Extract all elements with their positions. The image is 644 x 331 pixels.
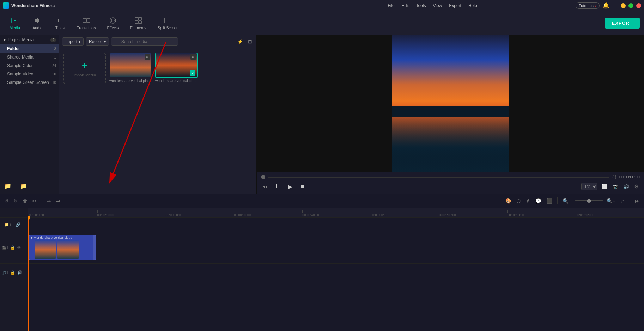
- audio-lock-button[interactable]: 🔒: [10, 270, 16, 275]
- media-thumb-1[interactable]: ⊞ wondershare-vertical pla...: [109, 53, 152, 84]
- record-dropdown[interactable]: Record ▾: [86, 37, 109, 46]
- preview-video-area: [257, 35, 644, 172]
- ruler-mark-4: 00:00:40:00: [302, 210, 371, 217]
- import-dropdown[interactable]: Import ▾: [62, 37, 84, 46]
- sidebar-item-sample-green-screen[interactable]: Sample Green Screen 10: [0, 78, 59, 87]
- preview-main-video: [392, 35, 509, 172]
- svg-point-4: [110, 18, 116, 23]
- toolbar-elements[interactable]: Elements: [125, 14, 151, 32]
- plus-icon: +: [82, 60, 87, 71]
- crop-button[interactable]: ⬡: [515, 197, 522, 205]
- toolbar-transitions[interactable]: Transitions: [72, 14, 101, 32]
- video-clip-thumb-2: [57, 240, 79, 259]
- media-thumb-2[interactable]: ⊞ ✓ wondershare-vertical clo...: [155, 53, 198, 84]
- detach-audio-button[interactable]: ⇌: [55, 197, 62, 205]
- video-clip-resize-handle[interactable]: [93, 235, 96, 260]
- toolbar-media-label: Media: [10, 26, 20, 30]
- bracket-right: }: [615, 174, 616, 179]
- remove-folder-button[interactable]: 📁−: [19, 181, 32, 191]
- audio-button[interactable]: 🔊: [622, 183, 630, 190]
- toolbar-titles[interactable]: T Titles: [49, 14, 71, 32]
- zoom-in-button[interactable]: 🔍+: [605, 197, 617, 205]
- screenshot-button[interactable]: 📷: [611, 183, 619, 190]
- search-input[interactable]: [111, 37, 178, 46]
- settings-button[interactable]: ⚙: [633, 183, 640, 190]
- caption-button[interactable]: 💬: [534, 197, 543, 205]
- import-media-cell[interactable]: + Import Media: [63, 53, 106, 84]
- timeline-end-button[interactable]: ⏭: [633, 197, 641, 205]
- zoom-handle: [587, 199, 591, 203]
- ruler-mark-2: 00:00:20:00: [166, 210, 234, 217]
- import-chevron-icon: ▾: [79, 40, 80, 44]
- menu-export[interactable]: Export: [448, 2, 463, 9]
- menu-view[interactable]: View: [431, 2, 443, 9]
- add-video-track-button[interactable]: 📁+: [3, 221, 13, 228]
- track-lock-button[interactable]: 🔒: [10, 245, 16, 250]
- toolbar-effects[interactable]: Effects: [102, 14, 123, 32]
- color-match-button[interactable]: 🎨: [504, 197, 513, 205]
- minimize-button[interactable]: −: [621, 3, 626, 8]
- toolbar-audio[interactable]: Audio: [27, 14, 48, 32]
- timeline-content: 📁+ 🔗 🎬1 🔒 👁 🎵1 🔒 🔊 00:00:00:00: [0, 208, 644, 331]
- ruler-spacer: [0, 208, 28, 218]
- menu-tools[interactable]: Tools: [414, 2, 427, 9]
- ripple-edit-button[interactable]: ⇔: [45, 197, 53, 205]
- record-tl-button[interactable]: 🎙: [524, 197, 532, 205]
- fit-button[interactable]: ⤢: [619, 197, 626, 205]
- preview-progress-track[interactable]: [268, 177, 609, 178]
- delete-button[interactable]: 🗑: [21, 197, 29, 205]
- sidebar-item-shared-media-badge: 1: [54, 55, 56, 59]
- media-thumb-2-label: wondershare-vertical clo...: [155, 79, 198, 83]
- sidebar-bottom: 📁+ 📁−: [0, 178, 59, 194]
- export-button[interactable]: EXPORT: [605, 18, 640, 29]
- redo-button[interactable]: ↻: [12, 197, 19, 205]
- video-thumb-sunset-2: [57, 240, 79, 259]
- grid-view-button[interactable]: ⊞: [247, 37, 254, 46]
- toolbar-media[interactable]: Media: [4, 14, 25, 32]
- fullscreen-button[interactable]: ⬜: [600, 183, 608, 190]
- sidebar-item-folder[interactable]: Folder 2: [0, 44, 59, 53]
- preview-water: [392, 111, 509, 172]
- audio-volume-button[interactable]: 🔊: [17, 270, 23, 275]
- stabilize-button[interactable]: ⬛: [545, 197, 554, 205]
- menu-help[interactable]: Help: [467, 2, 479, 9]
- ruler-mark-6: 00:01:00:00: [439, 210, 508, 217]
- toolbar-splitscreen[interactable]: Split Screen: [153, 14, 183, 32]
- play-pause-button[interactable]: ⏸: [272, 182, 282, 191]
- video-clip[interactable]: ▶ wondershare-vertical cloud: [29, 235, 96, 260]
- media-panel: Import ▾ Record ▾ 🔍 ⚡ ⊞ + Import Media: [59, 35, 257, 194]
- tutorials-button[interactable]: Tutorials: [576, 2, 600, 9]
- sidebar-item-sample-video[interactable]: Sample Video 20: [0, 70, 59, 78]
- track-visibility-button[interactable]: 👁: [17, 245, 22, 250]
- add-folder-button[interactable]: 📁+: [3, 181, 16, 191]
- menu-dots-icon[interactable]: ⋮: [612, 2, 618, 9]
- zoom-track: [575, 200, 603, 201]
- svg-rect-10: [139, 21, 141, 24]
- maximize-button[interactable]: □: [628, 3, 633, 8]
- toolbar-titles-label: Titles: [55, 26, 65, 30]
- cut-button[interactable]: ✂: [31, 197, 38, 205]
- sidebar-item-sample-color[interactable]: Sample Color 24: [0, 61, 59, 70]
- menu-bar: File Edit Tools View Export Help: [289, 2, 576, 9]
- play-button[interactable]: ▶: [285, 182, 295, 191]
- time-ruler: 00:00:00:00 00:00:10:00 00:00:20:00 00:0…: [28, 208, 644, 218]
- step-back-button[interactable]: ⏮: [261, 182, 269, 191]
- close-button[interactable]: ✕: [636, 3, 641, 8]
- sidebar-item-sample-video-badge: 20: [52, 72, 56, 76]
- stop-button[interactable]: ⏹: [298, 182, 308, 191]
- menu-file[interactable]: File: [386, 2, 396, 9]
- svg-rect-2: [83, 18, 86, 23]
- sidebar-section-project-media[interactable]: ▼ Project Media 2: [0, 35, 59, 44]
- zoom-out-button[interactable]: 🔍−: [561, 197, 573, 205]
- quality-select[interactable]: 1/2: [581, 183, 597, 190]
- media-thumb-2-check: ✓: [190, 70, 195, 76]
- menu-edit[interactable]: Edit: [400, 2, 411, 9]
- ruler-mark-7: 00:01:10:00: [507, 210, 576, 217]
- filter-button[interactable]: ⚡: [236, 37, 244, 46]
- undo-button[interactable]: ↺: [3, 197, 10, 205]
- zoom-slider[interactable]: [575, 200, 603, 201]
- notification-icon[interactable]: 🔔: [602, 2, 609, 9]
- sidebar-item-shared-media[interactable]: Shared Media 1: [0, 53, 59, 61]
- toolbar-transitions-label: Transitions: [77, 26, 96, 30]
- link-button[interactable]: 🔗: [14, 221, 22, 228]
